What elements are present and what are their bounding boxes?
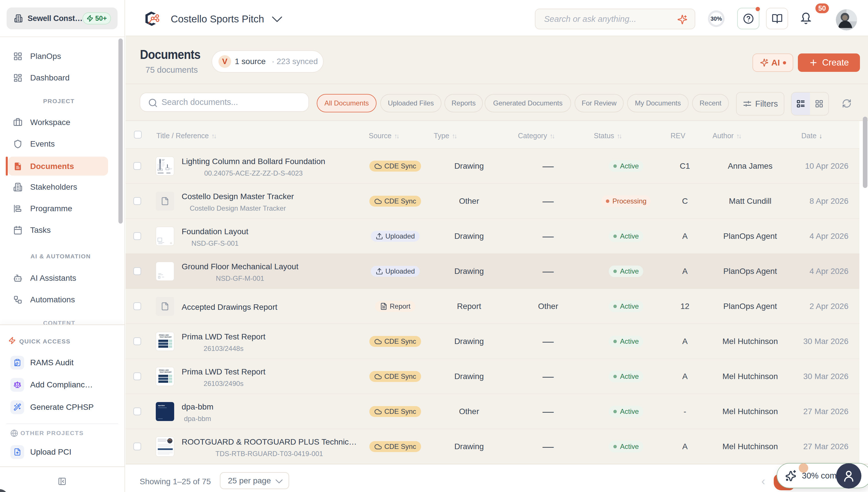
svg-text:dpa-bbm: dpa-bbm (158, 404, 165, 407)
svg-text:TEST REPORT: TEST REPORT (159, 336, 172, 338)
svg-text:PRIMA LWD: PRIMA LWD (159, 334, 169, 336)
svg-text:TEST REPORT: TEST REPORT (159, 371, 172, 373)
svg-text:PRIMA LWD: PRIMA LWD (159, 369, 169, 371)
